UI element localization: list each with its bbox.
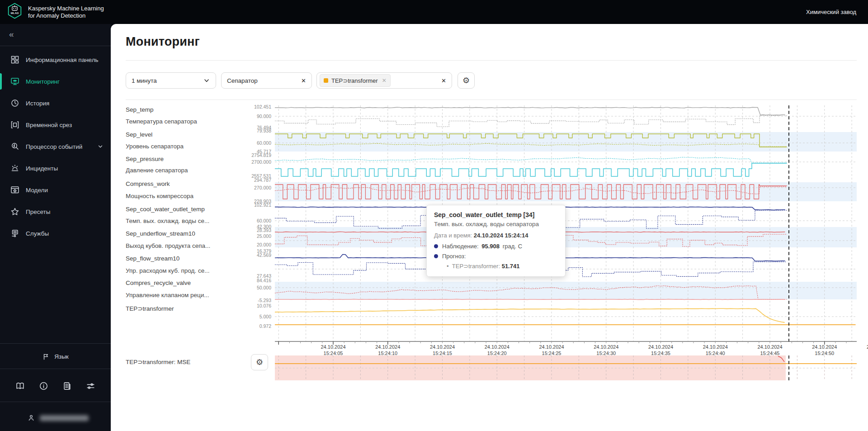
signal-name[interactable]: Compress_work xyxy=(126,180,261,187)
model-filter-input[interactable]: TEP⊃transformer ✕ ✕ xyxy=(316,72,452,89)
interval-select[interactable]: 1 минута xyxy=(126,72,216,89)
x-tick-label: 24.10.202415:24:40 xyxy=(698,344,732,356)
mse-settings-button[interactable]: ⚙ xyxy=(251,354,268,370)
chart-settings-button[interactable]: ⚙ xyxy=(458,72,475,89)
events-icon xyxy=(10,142,20,152)
kaspersky-mlad-logo-icon: MLAD xyxy=(6,2,24,22)
sidebar-item-history[interactable]: История xyxy=(0,92,111,114)
y-tick-label: 102.451 xyxy=(243,104,271,109)
sidebar-item-label: Процессор событий xyxy=(26,143,82,150)
main-content: Мониторинг 1 минута Сепаратор ✕ TEP⊃tran… xyxy=(111,24,868,431)
monitoring-chart[interactable] xyxy=(275,105,857,347)
sidebar-item-events[interactable]: Процессор событий xyxy=(0,136,111,157)
user-icon xyxy=(27,414,35,422)
timeslice-icon xyxy=(10,120,20,130)
sidebar-item-services[interactable]: Службы xyxy=(0,223,111,244)
sidebar-item-monitoring[interactable]: Мониторинг xyxy=(0,71,111,92)
monitoring-icon xyxy=(10,76,20,86)
clear-group-icon[interactable]: ✕ xyxy=(301,77,306,84)
sidebar-item-dashboard[interactable]: Информационная панель xyxy=(0,49,111,71)
gear-icon: ⚙ xyxy=(256,357,263,367)
title-divider xyxy=(126,60,857,61)
signal-name[interactable]: Sep_pressure xyxy=(126,156,261,162)
sidebar-item-label: История xyxy=(26,100,49,107)
user-account[interactable] xyxy=(0,405,111,431)
sidebar-item-timeslice[interactable]: Временной срез xyxy=(0,114,111,136)
sidebar-footer-icons xyxy=(0,372,111,400)
y-tick-label: 10.076 xyxy=(243,303,271,308)
signal-description: Уровень сепаратора xyxy=(126,143,261,150)
signal-description: Управление клапаном реци... xyxy=(126,292,261,298)
sidebar-item-models[interactable]: Модели xyxy=(0,179,111,201)
sidebar-item-presets[interactable]: Пресеты xyxy=(0,201,111,223)
language-button[interactable]: Язык xyxy=(0,346,111,367)
signal-name[interactable]: Sep_flow_stream10 xyxy=(126,255,261,262)
sidebar-collapse-button[interactable]: « xyxy=(0,24,111,44)
y-tick-label: 28.393 xyxy=(243,227,271,233)
clear-models-icon[interactable]: ✕ xyxy=(441,77,446,84)
y-tick-label: 2700.000 xyxy=(243,159,271,165)
y-tick-label: 20.000 xyxy=(243,242,271,247)
signal-description: Температура сепаратора xyxy=(126,118,261,125)
signal-name[interactable]: TEP⊃transformer xyxy=(126,305,261,312)
tooltip-observation: Наблюдение: 95.908 град. C xyxy=(434,243,558,250)
x-tick-label: 24.10.202415:24:50 xyxy=(808,344,841,356)
sidebar-menu: Информационная панельМониторингИсторияВр… xyxy=(0,49,111,244)
app-title: Kaspersky Machine Learning for Anomaly D… xyxy=(28,5,104,19)
group-filter-input[interactable]: Сепаратор ✕ xyxy=(221,72,312,89)
signal-name[interactable]: Sep_cool_water_outlet_temp xyxy=(126,206,261,213)
tooltip-forecast: Прогноз: xyxy=(434,253,558,260)
signal-description: Мощность компрессора xyxy=(126,193,261,199)
y-tick-label: 294.787 xyxy=(243,177,271,183)
y-tick-label: 25.000 xyxy=(243,233,271,239)
sidebar-item-incidents[interactable]: Инциденты xyxy=(0,157,111,179)
incidents-icon xyxy=(10,163,20,173)
y-tick-label: 102.921 xyxy=(243,202,271,208)
x-tick-label: 24.10.202415:24:25 xyxy=(535,344,568,356)
y-tick-label: 60.000 xyxy=(243,140,271,146)
signal-description: Выход кубов. продукта сепа... xyxy=(126,242,261,249)
sidebar-item-label: Временной срез xyxy=(26,122,72,128)
mse-label: TEP⊃transformer: MSE xyxy=(126,358,190,365)
mse-chart[interactable] xyxy=(275,355,857,384)
preferences-icon[interactable] xyxy=(84,379,97,393)
x-tick-label: 24.10.202415:24:05 xyxy=(316,344,350,356)
tooltip-forecast-item: • TEP⊃transformer: 51.741 xyxy=(447,263,558,270)
sidebar-item-label: Службы xyxy=(26,230,49,237)
y-tick-label: 42.569 xyxy=(243,252,271,258)
x-tick-label: 24.10.202415:24:10 xyxy=(371,344,405,356)
y-tick-label: 90.000 xyxy=(243,114,271,119)
plant-selector[interactable]: Химический завод xyxy=(806,9,856,15)
sidebar-item-label: Пресеты xyxy=(26,208,50,215)
tooltip-title: Sep_cool_water_outlet_temp [34] xyxy=(434,211,558,218)
signal-name[interactable]: Sep_temp xyxy=(126,106,261,113)
documentation-icon[interactable] xyxy=(14,379,27,393)
presets-icon xyxy=(10,207,20,217)
signal-name[interactable]: Sep_level xyxy=(126,131,261,138)
model-tag-chip[interactable]: TEP⊃transformer ✕ xyxy=(320,74,391,87)
top-bar: MLAD Kaspersky Machine Learning for Anom… xyxy=(0,0,868,24)
x-tick-label: 24.10.202415:24:45 xyxy=(753,344,787,356)
svg-text:MLAD: MLAD xyxy=(11,11,19,14)
about-icon[interactable] xyxy=(37,379,50,393)
y-tick-label: 50.000 xyxy=(243,285,271,290)
sidebar-divider xyxy=(0,46,111,46)
y-tick-label: -5.293 xyxy=(243,298,271,303)
services-icon xyxy=(10,228,20,238)
signal-name[interactable]: Compres_recycle_valve xyxy=(126,279,261,286)
gear-icon: ⚙ xyxy=(462,76,470,85)
history-icon xyxy=(10,98,20,108)
chevron-down-icon xyxy=(203,77,210,84)
flag-icon xyxy=(42,353,50,361)
whats-new-icon[interactable] xyxy=(61,379,74,393)
x-tick-label: 24.10.202415:24:35 xyxy=(644,344,678,356)
sidebar-item-label: Мониторинг xyxy=(26,78,60,85)
sidebar: « Информационная панельМониторингИстория… xyxy=(0,24,111,431)
x-tick-label: 24.10.202415:24:20 xyxy=(480,344,514,356)
y-tick-label: 270.000 xyxy=(243,185,271,190)
y-tick-label: 2754.819 xyxy=(243,152,271,158)
chart-tooltip: Sep_cool_water_outlet_temp [34] Темп. вы… xyxy=(426,205,566,277)
remove-tag-icon[interactable]: ✕ xyxy=(382,77,387,84)
signal-name[interactable]: Sep_underflow_stream10 xyxy=(126,230,261,237)
y-tick-label: 5.000 xyxy=(243,314,271,319)
